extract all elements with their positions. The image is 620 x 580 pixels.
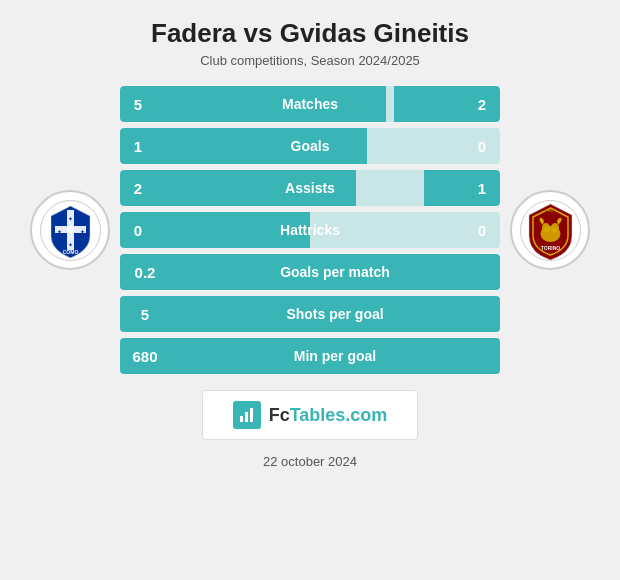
como-logo-circle: ✦ ✦ ✦ ✦ COMO	[30, 190, 110, 270]
stat-val-right: 2	[464, 96, 500, 113]
torino-logo-circle: TORINO FC	[510, 190, 590, 270]
stat-row-single: 680Min per goal	[120, 338, 500, 374]
right-team-logo-col: TORINO FC	[500, 190, 600, 270]
page-subtitle: Club competitions, Season 2024/2025	[200, 53, 420, 68]
stat-val-right: 1	[464, 180, 500, 197]
svg-text:TORINO: TORINO	[540, 245, 559, 251]
fc-text: Fc	[269, 405, 290, 425]
svg-text:COMO: COMO	[62, 249, 78, 255]
comparison-section: ✦ ✦ ✦ ✦ COMO 5Matches21Goals02Assists10H…	[20, 86, 600, 374]
page-title: Fadera vs Gvidas Gineitis	[151, 18, 469, 49]
stat-val-left: 5	[120, 96, 156, 113]
svg-text:✦: ✦	[79, 229, 84, 235]
stat-row: 0Hattricks0	[120, 212, 500, 248]
stat-row: 1Goals0	[120, 128, 500, 164]
stat-label-single: Goals per match	[170, 264, 500, 280]
stat-val-left-single: 680	[120, 348, 170, 365]
left-team-logo-col: ✦ ✦ ✦ ✦ COMO	[20, 190, 120, 270]
stat-label: Assists	[156, 180, 464, 196]
stat-label-single: Min per goal	[170, 348, 500, 364]
fctables-icon	[233, 401, 261, 429]
stat-row-single: 0.2Goals per match	[120, 254, 500, 290]
stats-col: 5Matches21Goals02Assists10Hattricks00.2G…	[120, 86, 500, 374]
como-logo-svg: ✦ ✦ ✦ ✦ COMO	[38, 198, 103, 263]
stat-row-single: 5Shots per goal	[120, 296, 500, 332]
stat-val-right: 0	[464, 138, 500, 155]
stat-val-left-single: 0.2	[120, 264, 170, 281]
stat-row: 5Matches2	[120, 86, 500, 122]
torino-logo-svg: TORINO FC	[518, 198, 583, 263]
stat-row: 2Assists1	[120, 170, 500, 206]
svg-rect-14	[240, 416, 243, 422]
stat-val-left-single: 5	[120, 306, 170, 323]
svg-rect-16	[250, 408, 253, 422]
svg-text:FC: FC	[547, 208, 552, 213]
tables-text: Tables.com	[290, 405, 388, 425]
fctables-text: FcTables.com	[269, 405, 388, 426]
stat-val-left: 1	[120, 138, 156, 155]
fctables-banner: FcTables.com	[202, 390, 419, 440]
stat-label: Matches	[156, 96, 464, 112]
stat-label: Goals	[156, 138, 464, 154]
svg-text:✦: ✦	[68, 216, 73, 222]
svg-point-10	[542, 223, 550, 233]
match-date: 22 october 2024	[263, 454, 357, 469]
page-wrapper: Fadera vs Gvidas Gineitis Club competiti…	[0, 0, 620, 580]
svg-text:✦: ✦	[56, 229, 61, 235]
svg-rect-15	[245, 412, 248, 422]
stat-label: Hattricks	[156, 222, 464, 238]
svg-point-11	[551, 223, 559, 233]
stat-val-right: 0	[464, 222, 500, 239]
stat-label-single: Shots per goal	[170, 306, 500, 322]
stat-val-left: 2	[120, 180, 156, 197]
svg-text:✦: ✦	[68, 242, 73, 248]
fctables-bar-icon	[238, 406, 256, 424]
stat-val-left: 0	[120, 222, 156, 239]
